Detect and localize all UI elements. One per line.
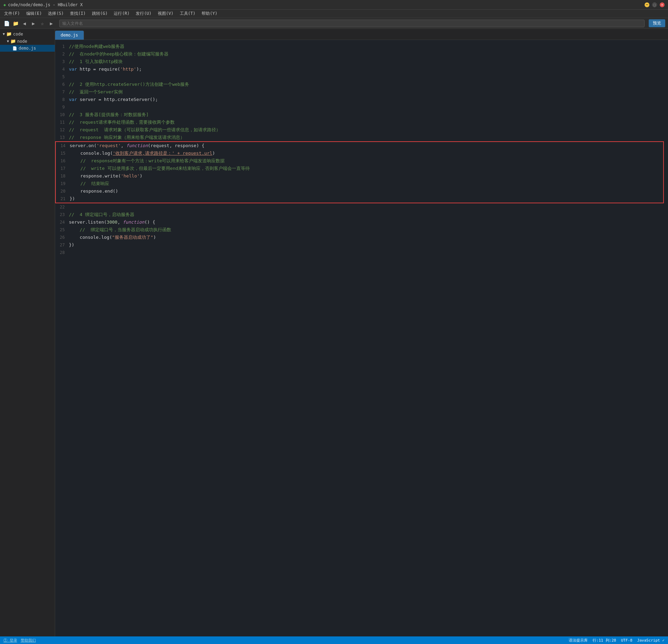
folder-icon: 📁 bbox=[10, 39, 16, 44]
code-line: 14server.on('request', function(request,… bbox=[56, 142, 663, 150]
code-token: http = require( bbox=[77, 67, 120, 72]
login-link[interactable]: ① 登录 bbox=[3, 638, 17, 643]
sidebar-item-label: code bbox=[13, 32, 23, 37]
preview-button[interactable]: 预览 bbox=[649, 19, 665, 27]
line-number: 3 bbox=[55, 58, 69, 65]
line-number: 28 bbox=[55, 249, 69, 256]
code-token: // request 请求对象（可以获取客户端的一些请求信息，如请求路径） bbox=[69, 127, 220, 132]
code-line: 13// response 响应对象（用来给客户端发送请求消息） bbox=[55, 134, 668, 141]
code-line: 2// 在node中的heep核心模块：创建编写服务器 bbox=[55, 50, 668, 58]
menu-view[interactable]: 视图(V) bbox=[155, 10, 176, 17]
line-number: 20 bbox=[56, 187, 70, 195]
line-number: 14 bbox=[56, 142, 70, 150]
line-number: 7 bbox=[55, 88, 69, 96]
line-number: 21 bbox=[56, 195, 70, 203]
back-button[interactable]: ◀ bbox=[21, 20, 28, 27]
code-token: "服务器启动成功了" bbox=[112, 235, 153, 240]
line-content: // 绑定端口号，当服务器启动成功执行函数 bbox=[69, 226, 668, 234]
line-number: 10 bbox=[55, 111, 69, 119]
code-token: 'http' bbox=[120, 67, 136, 72]
line-number: 26 bbox=[55, 234, 69, 241]
tab-demojs[interactable]: demo.js bbox=[55, 31, 84, 40]
code-token: 3000 bbox=[107, 219, 117, 225]
code-line: 21}) bbox=[56, 195, 663, 203]
code-line: 4var http = require('http'); bbox=[55, 65, 668, 73]
line-number: 18 bbox=[56, 172, 70, 180]
code-token: server = http.createServer(); bbox=[77, 97, 158, 102]
close-button[interactable]: ✕ bbox=[660, 2, 665, 7]
forward-button[interactable]: ▶ bbox=[30, 20, 37, 27]
menu-find[interactable]: 查找(I) bbox=[67, 10, 89, 17]
code-line: 28 bbox=[55, 249, 668, 256]
code-line: 10// 3 服务器[提供服务：对数据服务] bbox=[55, 111, 668, 119]
code-token: // 4 绑定端口号，启动服务器 bbox=[69, 212, 134, 217]
sidebar-item-label: node bbox=[17, 39, 27, 44]
code-editor[interactable]: 1//使用node构建web服务器2// 在node中的heep核心模块：创建编… bbox=[55, 40, 668, 636]
code-line: 18 response.write('hello') bbox=[56, 172, 663, 180]
code-line: 5 bbox=[55, 73, 668, 81]
search-input[interactable] bbox=[59, 20, 645, 27]
code-line: 22 bbox=[55, 203, 668, 211]
line-content: // request请求事件处理函数，需要接收两个参数 bbox=[69, 119, 668, 126]
menu-jump[interactable]: 跳转(G) bbox=[89, 10, 111, 17]
menu-run[interactable]: 运行(R) bbox=[111, 10, 132, 17]
line-number: 11 bbox=[55, 119, 69, 126]
code-line: 3// 1 引入加载http模块 bbox=[55, 58, 668, 65]
code-line: 24server.listen(3000, function() { bbox=[55, 218, 668, 226]
line-number: 12 bbox=[55, 126, 69, 134]
code-token: // 结束响应 bbox=[70, 181, 109, 186]
language-label: JavaScript ✓ bbox=[637, 638, 665, 643]
main-area: ▼ 📁 code ▼ 📁 node 📄 demo.js demo.js 1//使… bbox=[0, 29, 668, 636]
sidebar-item-code[interactable]: ▼ 📁 code bbox=[0, 30, 55, 38]
code-token: // 3 服务器[提供服务：对数据服务] bbox=[69, 112, 149, 117]
title-bar-title: code/node/demo.js - HBuilder X bbox=[8, 2, 83, 7]
line-content: console.log("服务器启动成功了") bbox=[69, 234, 668, 241]
line-number: 5 bbox=[55, 73, 69, 81]
new-file-button[interactable]: 📄 bbox=[3, 20, 10, 27]
code-token: }) bbox=[70, 196, 75, 201]
sidebar-item-label: demo.js bbox=[19, 46, 36, 51]
code-token: , bbox=[117, 219, 123, 225]
line-content: server.listen(3000, function() { bbox=[69, 218, 668, 226]
title-bar: ◆ code/node/demo.js - HBuilder X ─ □ ✕ bbox=[0, 0, 668, 10]
sponsor-link[interactable]: 赞助我们 bbox=[21, 638, 36, 643]
maximize-button[interactable]: □ bbox=[652, 2, 657, 7]
line-content: var http = require('http'); bbox=[69, 65, 668, 73]
code-line: 9 bbox=[55, 103, 668, 111]
minimize-button[interactable]: ─ bbox=[645, 2, 649, 7]
menu-tools[interactable]: 工具(T) bbox=[177, 10, 198, 17]
status-bar-left: ① 登录 赞助我们 bbox=[3, 638, 36, 643]
code-token: '收到客户请求,请求路径是：' + request.url bbox=[113, 151, 212, 156]
line-content: console.log('收到客户请求,请求路径是：' + request.ur… bbox=[70, 150, 663, 157]
code-token: console.log( bbox=[69, 235, 112, 240]
run-button[interactable]: ▶ bbox=[48, 20, 55, 27]
code-token: //使用node构建web服务器 bbox=[69, 44, 124, 49]
menu-publish[interactable]: 发行(U) bbox=[133, 10, 154, 17]
star-button[interactable]: ☆ bbox=[39, 20, 46, 27]
menu-help[interactable]: 帮助(Y) bbox=[199, 10, 220, 17]
line-content: //使用node构建web服务器 bbox=[69, 43, 668, 50]
code-line: 17 // write 可以使用多次，但最后一定要用end来结束响应，否则客户端… bbox=[56, 165, 663, 172]
line-number: 27 bbox=[55, 241, 69, 249]
line-number: 16 bbox=[56, 157, 70, 165]
highlighted-region: 14server.on('request', function(request,… bbox=[55, 141, 664, 203]
line-number: 22 bbox=[55, 203, 69, 211]
code-token: 'request' bbox=[96, 143, 121, 148]
line-content: // request 请求对象（可以获取客户端的一些请求信息，如请求路径） bbox=[69, 126, 668, 134]
line-content: }) bbox=[70, 195, 663, 203]
chevron-down-icon: ▼ bbox=[7, 39, 9, 43]
menu-bar: 文件(F) 编辑(E) 选择(S) 查找(I) 跳转(G) 运行(R) 发行(U… bbox=[0, 10, 668, 18]
menu-edit[interactable]: 编辑(E) bbox=[23, 10, 45, 17]
sidebar-item-demojs[interactable]: 📄 demo.js bbox=[0, 45, 55, 52]
code-token: var bbox=[69, 97, 77, 102]
menu-file[interactable]: 文件(F) bbox=[1, 10, 23, 17]
code-token: // 1 引入加载http模块 bbox=[69, 59, 123, 64]
sidebar-item-node[interactable]: ▼ 📁 node bbox=[0, 38, 55, 45]
status-bar-right: 语法提示库 行:11 列:28 UTF-8 JavaScript ✓ bbox=[569, 638, 665, 643]
line-number: 13 bbox=[55, 134, 69, 141]
code-line: 19 // 结束响应 bbox=[56, 180, 663, 187]
code-token: ) bbox=[212, 151, 215, 156]
menu-select[interactable]: 选择(S) bbox=[45, 10, 66, 17]
open-file-button[interactable]: 📁 bbox=[12, 20, 19, 27]
line-number: 24 bbox=[55, 218, 69, 226]
